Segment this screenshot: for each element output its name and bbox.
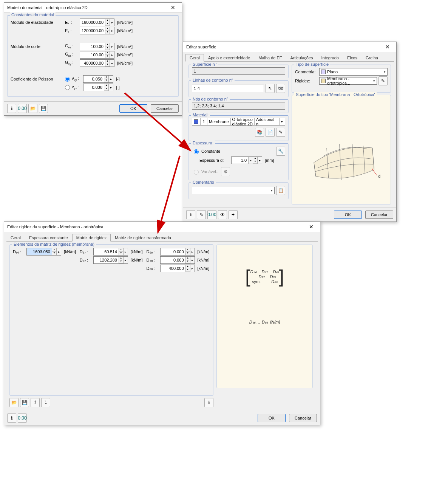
input-contour-lines[interactable] [192,85,264,92]
label-D66: D₆₆ : [13,249,25,254]
input-D77[interactable]: ▲▼▸ [93,256,128,264]
input-vyx[interactable]: ▲▼▸ [83,84,113,91]
input-surface-no[interactable] [192,67,285,75]
tab-geral[interactable]: Geral [185,54,204,62]
tabbar: Geral Espessura constante Matriz de rigi… [6,233,318,242]
pick-icon[interactable]: ↖ [266,84,275,93]
unit-knm: [kN/m] [198,258,210,262]
label-modulo-elast: Módulo de elasticidade [11,20,63,25]
unit-dash: [-] [116,77,120,81]
units-icon[interactable]: 0.00 [207,210,216,219]
save-icon[interactable]: 💾 [20,398,29,407]
grp-surface-number: Superfície nº [191,62,218,67]
tab-apoio[interactable]: Apoio e excentricidade [204,54,254,62]
grp-comment: Comentário [191,180,216,184]
new-line-icon[interactable]: ➿ [276,84,285,93]
material-new-icon[interactable]: 📄 [266,128,275,137]
material-edit-icon[interactable]: ✎ [276,128,285,137]
radio-vxy[interactable] [65,77,70,82]
tab-integrado[interactable]: Integrado [317,54,343,62]
label-Ey: Eᵧ : [65,28,78,33]
grp-contour-lines: Linhas de contorno nº [191,78,235,82]
unit-kncm2: [kN/cm²] [117,28,133,33]
section-constants-legend: Constantes do material [10,12,56,17]
material-number: 1 [201,118,207,125]
input-D88[interactable]: ▲▼▸ [160,265,195,272]
tab-articulacoes[interactable]: Articulações [286,54,317,62]
dialog-title: Modelo do material - ortotrópico elástic… [7,5,88,10]
input-Gyz[interactable]: ▲▼▸ [80,43,114,50]
radio-vyx[interactable] [65,85,70,90]
label-thk-d: Espessura d: [199,158,230,163]
tab-matriz-transf[interactable]: Matriz de rigidez transformada [111,234,175,242]
save-icon[interactable]: 💾 [39,104,48,113]
unit-kncm2: [kN/cm²] [117,53,133,57]
eye-icon[interactable]: 👁 [218,210,227,219]
preview-title: Superfície do tipo 'Membrana - Ortotrópi… [294,92,377,97]
units-icon[interactable]: 0.00 [18,414,27,423]
tabbar: Geral Apoio e excentricidade Malha de EF… [185,53,394,62]
ok-button[interactable]: OK [334,211,362,219]
input-comment[interactable]: ▾ [192,187,275,194]
cancel-button[interactable]: Cancelar [151,104,179,113]
unit-knm: [kN/m] [198,266,210,271]
cancel-button[interactable]: Cancelar [289,414,317,422]
radio-thk-constant[interactable] [194,149,199,154]
input-D67[interactable]: ▲▼▸ [93,248,128,256]
help-icon[interactable]: ℹ [7,104,16,113]
matrix-preview: [ D₆₆D₆₇D₆₈ D₇₇D₇₈ sym.D₈₈ ] D₆₆ … D₈₈ [… [216,245,313,388]
export-icon[interactable]: ⤴ [31,398,40,407]
label-vyx: νyx : [72,84,82,90]
open-icon[interactable]: 📂 [28,104,37,113]
input-Gxy[interactable]: ▲▼▸ [80,59,114,67]
unit-kncm2: [kN/cm²] [117,44,133,49]
open-icon[interactable]: 📂 [9,398,19,407]
close-icon[interactable]: ✕ [382,44,393,50]
info-icon[interactable]: ℹ [204,398,213,407]
help-icon[interactable]: ℹ [186,210,195,219]
rigidity-edit-icon[interactable]: ✎ [378,76,388,85]
label-geometry: Geometria: [295,70,318,74]
tab-malha[interactable]: Malha de EF [254,54,286,62]
close-icon[interactable]: ✕ [306,224,317,230]
input-Ex[interactable]: ▲▼▸ [80,19,114,26]
thickness-preset-icon[interactable]: 🔧 [276,147,285,156]
cancel-button[interactable]: Cancelar [365,211,393,219]
material-model-dialog: Modelo do material - ortotrópico elástic… [4,2,182,116]
help-icon[interactable]: ℹ [7,414,16,423]
unit-kncm2: [kN/cm²] [117,61,133,65]
select-rigidity[interactable]: Membrana - ortotrópica...▾ [319,77,377,85]
import-icon[interactable]: ⤵ [41,398,50,407]
label-vxy: νxy : [72,76,82,82]
material-library-icon[interactable]: 📚 [255,128,264,137]
input-Ey[interactable]: ▲▼▸ [80,27,114,34]
input-Gxz[interactable]: ▲▼▸ [80,51,114,59]
select-geometry[interactable]: Plano▾ [319,68,388,76]
unit-mm: [mm] [265,158,274,163]
input-vxy[interactable]: ▲▼▸ [83,75,113,83]
tab-matriz[interactable]: Matriz de rigidez [72,234,111,242]
ok-button[interactable]: OK [119,104,147,113]
input-D66[interactable]: ▲▼▸ [26,248,61,256]
input-contour-nodes[interactable] [192,102,285,110]
input-D68[interactable]: ▲▼▸ [160,248,195,256]
comment-lib-icon[interactable]: 📋 [276,186,285,195]
ok-button[interactable]: OK [258,414,286,422]
grp-matrix-elements: Elementos da matriz de rigidez (membrana… [12,242,96,246]
axes-icon[interactable]: ✦ [229,210,238,219]
input-thickness-d[interactable]: ▾▲▼▸ [231,156,262,164]
units-icon[interactable]: 0.00 [18,104,27,113]
tab-eixos[interactable]: Eixos [343,54,361,62]
input-D78[interactable]: ▲▼▸ [160,256,195,264]
tab-geral[interactable]: Geral [6,234,25,242]
grp-thickness: Espessura: [191,141,215,145]
titlebar: Editar rigidez da superfície - Membrana … [4,222,320,232]
tab-espessura[interactable]: Espessura constante [25,234,72,242]
material-select[interactable]: 1 Membrane Ortotrópico elástico 2D Addit… [192,118,285,125]
label-D77: D₇₇ : [80,258,92,263]
tab-grelha[interactable]: Grelha [361,54,382,62]
thk-variable-icon: ⚙ [221,167,230,176]
edit-icon[interactable]: ✎ [197,210,206,219]
close-icon[interactable]: ✕ [167,5,179,11]
dialog-title: Editar superfície [186,45,216,49]
